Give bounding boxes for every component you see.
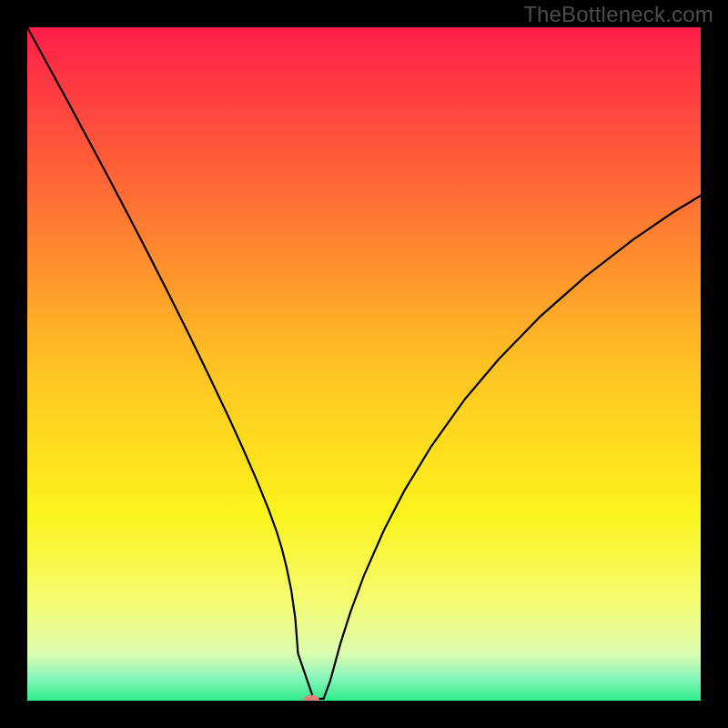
gradient-background [27, 27, 701, 701]
chart-frame: TheBottleneck.com [0, 0, 728, 728]
optimal-point-marker [303, 695, 319, 701]
watermark-text: TheBottleneck.com [523, 2, 713, 27]
plot-area [27, 27, 701, 701]
chart-svg [27, 27, 701, 701]
